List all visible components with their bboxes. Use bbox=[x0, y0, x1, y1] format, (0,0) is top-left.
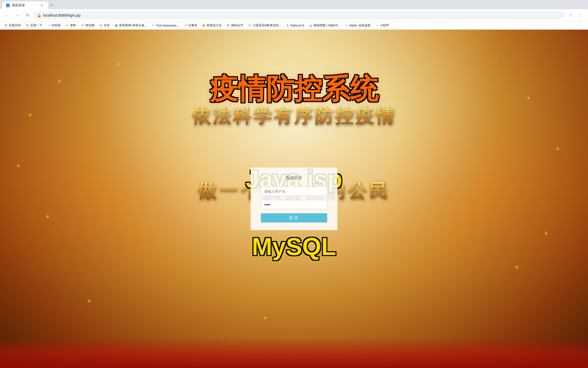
bookmark-label: 资料 bbox=[70, 23, 76, 28]
bookmark-button[interactable]: ☆ bbox=[567, 11, 575, 19]
bookmark-favicon: 京 bbox=[99, 24, 103, 27]
bookmark-favicon: 百 bbox=[26, 24, 29, 27]
bookmark-label: 记事本 bbox=[188, 23, 197, 28]
bookmark-label: 京东 bbox=[104, 23, 110, 28]
forward-button[interactable]: → bbox=[13, 11, 21, 19]
bookmark-python[interactable]: 🐍 Python3.9 bbox=[284, 23, 306, 28]
bookmark-favicon: 淘 bbox=[81, 24, 84, 27]
bookmark-sports[interactable]: ⚽ 体育新闻-体育头条... bbox=[112, 23, 149, 28]
bookmark-label: 淘宝网 bbox=[85, 23, 94, 28]
more-menu-button[interactable]: ⋮ bbox=[577, 11, 585, 19]
login-form: 系统登录 登录 bbox=[251, 168, 337, 230]
bookmark-code[interactable]: ⬡ 代码库 bbox=[45, 23, 63, 28]
bookmark-label: 小程序 bbox=[380, 23, 389, 28]
bookmark-favicon: 小 bbox=[375, 24, 379, 27]
bookmark-favicon: 📊 bbox=[309, 24, 312, 27]
bookmark-favicon: 📝 bbox=[183, 24, 187, 27]
bookmark-jd[interactable]: 京 京东 bbox=[97, 23, 112, 28]
bookmark-favicon: 英 bbox=[248, 24, 251, 27]
spark-4 bbox=[528, 97, 529, 99]
bookmark-baidu2[interactable]: 百 百度一下 bbox=[23, 23, 44, 28]
bookmark-favicon: ⚽ bbox=[114, 24, 118, 27]
bookmark-favicon: 🐍 bbox=[286, 24, 289, 27]
bookmark-idcard[interactable]: 🪪 身份证号 bbox=[224, 23, 245, 28]
bookmark-favicon: 📁 bbox=[65, 24, 69, 27]
bookmark-english[interactable]: 英 三级英语b级考试内... bbox=[246, 23, 283, 28]
bookmark-miniapp[interactable]: 小 小程序 bbox=[373, 23, 391, 28]
form-title: 系统登录 bbox=[261, 175, 327, 181]
new-tab-button[interactable]: + bbox=[48, 2, 55, 9]
tab-title: 系统登录 bbox=[12, 3, 25, 8]
bookmark-label: 三级英语b级考试内... bbox=[252, 23, 281, 28]
bookmark-baidu[interactable]: 百 百度百科 bbox=[2, 23, 23, 28]
tab-favicon: 🌐 bbox=[6, 4, 10, 7]
bookmark-taobao[interactable]: 淘 淘宝网 bbox=[79, 23, 96, 28]
spark-9 bbox=[18, 165, 19, 167]
active-tab[interactable]: 🌐 系统登录 ✕ bbox=[2, 2, 48, 9]
bookmark-label: 百度一下 bbox=[30, 23, 42, 28]
username-input[interactable] bbox=[261, 187, 327, 196]
lock-icon: 🔒 bbox=[37, 13, 41, 17]
spark-7 bbox=[516, 267, 518, 268]
bookmark-favicon: ⬡ bbox=[47, 24, 51, 27]
password-input[interactable] bbox=[261, 200, 327, 209]
spark-8 bbox=[88, 300, 90, 302]
bookmark-label: 表情包大全 bbox=[206, 23, 222, 28]
bookmark-label: 百度百科 bbox=[9, 23, 21, 28]
bookmark-label: Python3.9 bbox=[290, 24, 304, 27]
bookmark-label: 体育新闻-体育头条... bbox=[119, 23, 147, 28]
page-content: 依法科学有序防控疫情 做一个负责任的公民 疫情防控系统 Java jsp MyS… bbox=[0, 30, 588, 368]
bookmark-label: 身份证号 bbox=[231, 23, 243, 28]
address-text: localhost:8080/login.jsp bbox=[43, 13, 81, 17]
bookmark-favicon: G bbox=[345, 24, 348, 27]
tab-bar: 🌐 系统登录 ✕ + bbox=[0, 0, 588, 9]
spark-11 bbox=[235, 70, 237, 72]
browser-window: 🌐 系统登录 ✕ + ← → ↻ 🔒 localhost:8080/login.… bbox=[0, 0, 588, 368]
bookmark-emoji[interactable]: 😊 表情包大全 bbox=[200, 23, 224, 28]
spark-13 bbox=[410, 80, 412, 82]
bookmark-notes[interactable]: 📝 记事本 bbox=[181, 23, 199, 28]
reload-button[interactable]: ↻ bbox=[23, 11, 32, 19]
bookmark-favicon: 🪪 bbox=[226, 24, 230, 27]
bookmark-label: 代码库 bbox=[52, 23, 61, 28]
bookmark-label: 基础饼图 | Highch... bbox=[313, 23, 340, 28]
bookmarks-bar: 百 百度百科 百 百度一下 ⬡ 代码库 📁 资料 淘 淘宝网 京 京东 ⚽ 体育… bbox=[0, 21, 588, 30]
login-button[interactable]: 登录 bbox=[261, 213, 327, 223]
bookmark-favicon: 百 bbox=[4, 24, 8, 27]
tab-close-button[interactable]: ✕ bbox=[40, 3, 44, 7]
bookmark-label: Font Awesome... bbox=[156, 24, 179, 27]
bookmark-favicon: 😊 bbox=[202, 24, 205, 27]
bookmark-highcharts[interactable]: 📊 基础饼图 | Highch... bbox=[307, 23, 342, 28]
bookmark-aspia[interactable]: G aspia: 远程桌面 bbox=[343, 23, 373, 28]
background-wave bbox=[0, 337, 588, 368]
bookmark-label: aspia: 远程桌面 bbox=[349, 23, 371, 28]
address-bar[interactable]: 🔒 localhost:8080/login.jsp bbox=[34, 11, 565, 19]
bookmark-material[interactable]: 📁 资料 bbox=[63, 23, 78, 28]
back-button[interactable]: ← bbox=[3, 11, 11, 19]
bookmark-favicon: 🏳 bbox=[152, 24, 155, 27]
bookmark-fontawesome[interactable]: 🏳 Font Awesome... bbox=[150, 23, 181, 28]
browser-toolbar: ← → ↻ 🔒 localhost:8080/login.jsp ☆ ⋮ bbox=[0, 9, 588, 21]
